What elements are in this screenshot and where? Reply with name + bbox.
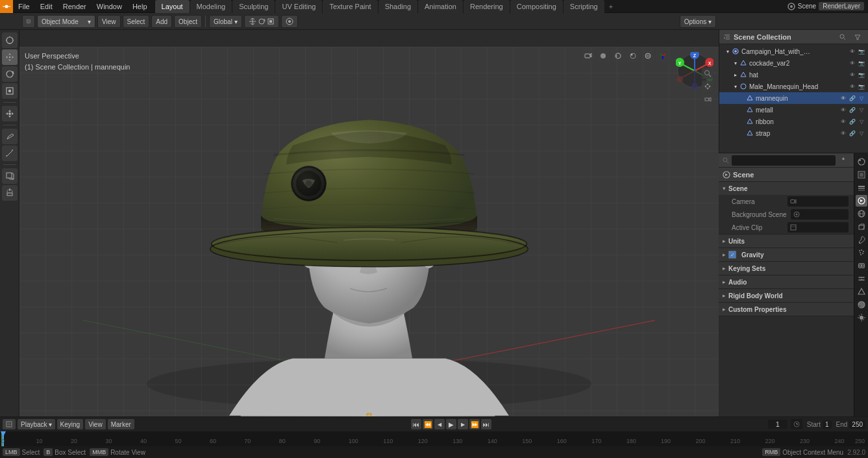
start-frame-value[interactable]: 1 xyxy=(823,420,832,429)
properties-search-input[interactable] xyxy=(732,155,836,166)
outliner-item-strap[interactable]: strap 👁 🔗 ▽ xyxy=(719,127,868,139)
props-units-header[interactable]: ▸ Units xyxy=(719,235,854,248)
props-pin-btn[interactable] xyxy=(837,154,850,167)
annotate-tool-btn[interactable] xyxy=(2,129,18,144)
props-rigid-body-header[interactable]: ▸ Rigid Body World xyxy=(719,289,854,302)
scale-tool-btn[interactable] xyxy=(2,83,18,99)
props-camera-value[interactable] xyxy=(787,196,849,207)
select-btn[interactable]: Select xyxy=(123,15,150,28)
outliner-item-collection[interactable]: ▾ Campaign_Hat_with_Cockade_Green_on_Mo … xyxy=(719,45,868,57)
prop-world-icon[interactable] xyxy=(856,208,867,220)
keying-menu-btn[interactable]: Keying xyxy=(57,419,84,429)
navigation-gizmo[interactable]: X Y Z xyxy=(676,52,713,90)
menu-help[interactable]: Help xyxy=(127,0,153,13)
menu-file[interactable]: File xyxy=(13,0,35,13)
add-btn[interactable]: Add xyxy=(151,15,172,28)
outliner-item-hat[interactable]: ▸ hat 👁 📷 xyxy=(719,69,868,81)
viewport-shading-solid-btn[interactable] xyxy=(597,49,610,62)
view-menu-btn[interactable]: View xyxy=(85,419,106,429)
next-frame-btn[interactable]: ▶ xyxy=(458,419,468,429)
props-scene-header[interactable]: ▾ Scene xyxy=(719,182,854,195)
jump-to-start-btn[interactable]: ⏮ xyxy=(411,419,421,429)
data-icon-6[interactable]: ▽ xyxy=(858,118,865,125)
options-btn[interactable]: Options ▾ xyxy=(680,15,716,28)
outliner-item-metall[interactable]: metall 👁 🔗 ▽ xyxy=(719,104,868,116)
prop-scene-icon[interactable] xyxy=(856,195,867,207)
visibility-icon-1[interactable]: 👁 xyxy=(849,59,856,67)
prop-object-data-icon[interactable] xyxy=(856,286,867,298)
extrude-btn[interactable] xyxy=(2,185,18,201)
playback-menu-btn[interactable]: Playback ▾ xyxy=(18,419,55,429)
move-tool-btn[interactable] xyxy=(2,49,18,65)
global-transform-btn[interactable]: Global ▾ xyxy=(209,15,242,28)
rotate-tool-btn[interactable] xyxy=(2,66,18,82)
viewport-overlay-btn[interactable] xyxy=(641,49,654,62)
proportional-edit-btn[interactable] xyxy=(281,15,298,28)
outliner-item-cockade[interactable]: ▾ cockade_var2 👁 📷 xyxy=(719,57,868,69)
visibility-icon-2[interactable]: 👁 xyxy=(849,71,856,79)
tab-animation[interactable]: Animation xyxy=(418,0,463,13)
prop-material-icon[interactable] xyxy=(856,299,867,311)
view-btn[interactable]: View xyxy=(97,15,121,28)
timeline-track[interactable]: 0 10 20 30 40 50 60 70 80 90 100 110 120… xyxy=(0,431,868,447)
add-workspace-tab[interactable]: + xyxy=(605,1,617,12)
visibility-icon-3[interactable]: 👁 xyxy=(849,83,856,90)
tab-compositing[interactable]: Compositing xyxy=(510,0,563,13)
outliner-search-btn[interactable] xyxy=(836,31,849,44)
prop-particles-icon[interactable] xyxy=(856,247,867,259)
tab-layout[interactable]: Layout xyxy=(155,0,190,13)
outliner-item-mannequin-head[interactable]: ▾ Male_Mannequin_Head 👁 📷 xyxy=(719,81,868,92)
render-engine-btn[interactable]: RenderLayer xyxy=(819,2,864,10)
tab-scripting[interactable]: Scripting xyxy=(564,0,604,13)
data-icon-4[interactable]: ▽ xyxy=(858,94,865,102)
prop-physics-icon[interactable] xyxy=(856,260,867,272)
outliner-filter-btn[interactable] xyxy=(851,31,864,44)
timeline-editor-type[interactable] xyxy=(3,419,16,429)
outliner-item-ribbon[interactable]: ribbon 👁 🔗 ▽ xyxy=(719,116,868,127)
next-keyframe-btn[interactable]: ⏩ xyxy=(469,419,480,429)
data-icon-5[interactable]: ▽ xyxy=(858,106,865,114)
tab-sculpting[interactable]: Sculpting xyxy=(232,0,275,13)
prev-frame-btn[interactable]: ◀ xyxy=(434,419,445,429)
visibility-icon-6[interactable]: 👁 xyxy=(839,118,847,125)
props-bg-scene-value[interactable] xyxy=(791,209,849,220)
zoom-btn[interactable] xyxy=(702,68,713,79)
editor-type-btn[interactable] xyxy=(22,15,35,28)
constraints-icon-7[interactable]: 🔗 xyxy=(849,129,856,137)
tab-uv-editing[interactable]: UV Editing xyxy=(275,0,322,13)
pan-btn[interactable] xyxy=(702,81,713,92)
visibility-icon-4[interactable]: 👁 xyxy=(839,94,847,102)
viewport-shading-render-btn[interactable] xyxy=(626,49,639,62)
visibility-icon[interactable]: 👁 xyxy=(849,47,856,55)
visibility-icon-7[interactable]: 👁 xyxy=(839,129,847,137)
outliner-item-mannequin-mesh[interactable]: mannequin 👁 🔗 ▽ xyxy=(719,92,868,104)
marker-menu-btn[interactable]: Marker xyxy=(108,419,134,429)
prop-light-icon[interactable] xyxy=(856,312,867,324)
jump-to-end-btn[interactable]: ⏭ xyxy=(481,419,491,429)
object-btn[interactable]: Object xyxy=(174,15,202,28)
props-gravity-header[interactable]: ▸ ✓ Gravity xyxy=(719,248,854,261)
constraints-icon-6[interactable]: 🔗 xyxy=(849,118,856,125)
cursor-tool-btn[interactable] xyxy=(2,32,18,48)
current-frame-display[interactable]: 1 xyxy=(768,420,787,429)
prop-view-layer-icon[interactable] xyxy=(856,182,867,194)
tab-modeling[interactable]: Modeling xyxy=(190,0,232,13)
render-icon-2[interactable]: 📷 xyxy=(858,71,865,79)
object-mode-btn[interactable]: Object Mode ▾ xyxy=(37,15,95,28)
play-btn[interactable]: ▶ xyxy=(446,419,456,429)
transform-tool-btn[interactable] xyxy=(2,106,18,121)
prop-output-icon[interactable] xyxy=(856,169,867,181)
prop-object-icon[interactable] xyxy=(856,221,867,233)
constraints-icon-4[interactable]: 🔗 xyxy=(849,94,856,102)
viewport-camera-btn[interactable] xyxy=(582,49,595,62)
add-cube-btn[interactable] xyxy=(2,168,18,184)
transform-icons[interactable] xyxy=(244,15,279,28)
3d-viewport[interactable]: User Perspective (1) Scene Collection | … xyxy=(19,47,719,429)
prop-modifier-icon[interactable] xyxy=(856,234,867,246)
menu-edit[interactable]: Edit xyxy=(35,0,58,13)
viewport-shading-material-btn[interactable] xyxy=(612,49,625,62)
visibility-icon-5[interactable]: 👁 xyxy=(839,106,847,114)
prop-constraints-icon[interactable] xyxy=(856,273,867,285)
menu-window[interactable]: Window xyxy=(92,0,127,13)
prev-keyframe-btn[interactable]: ⏪ xyxy=(423,419,433,429)
